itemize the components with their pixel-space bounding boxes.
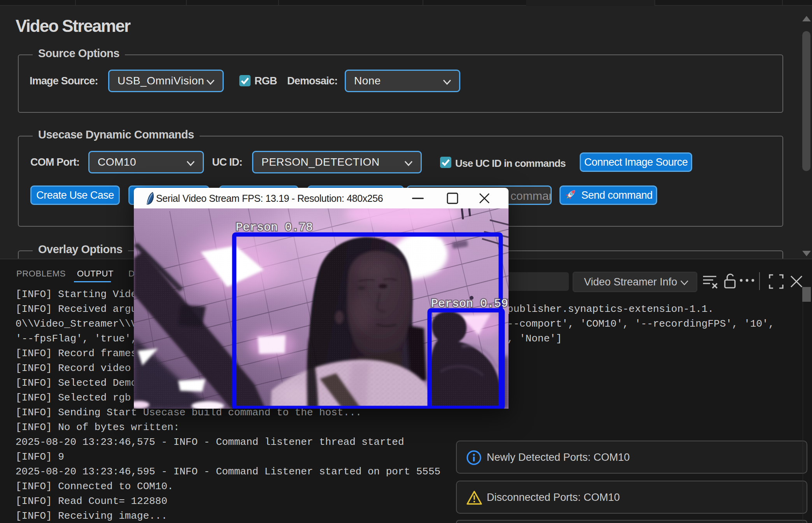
svg-text:Person 0.59: Person 0.59: [431, 297, 508, 310]
svg-text:Person 0.78: Person 0.78: [236, 221, 313, 234]
